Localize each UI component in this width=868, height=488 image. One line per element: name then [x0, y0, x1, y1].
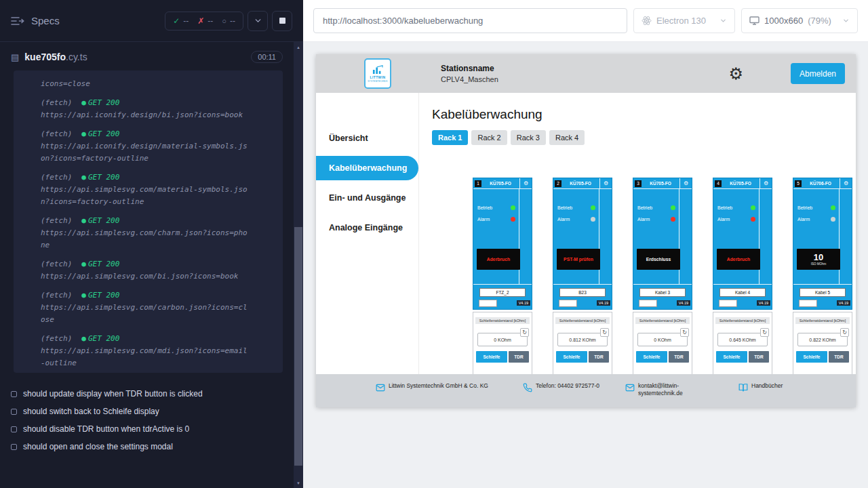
stop-button[interactable] — [272, 11, 292, 31]
log-url: https://api.simplesvg.com/mdi.json?icons… — [41, 345, 250, 369]
log-status: ●GET 200 — [81, 128, 119, 140]
card-settings-icon[interactable]: ⚙ — [679, 178, 692, 188]
status-text: Aderbruch — [487, 257, 510, 262]
collapse-button[interactable] — [248, 11, 268, 31]
chevron-down-icon — [254, 16, 262, 25]
alarm-label: Alarm — [477, 217, 490, 222]
network-log-entry[interactable]: (fetch)●GET 200 https://api.simplesvg.co… — [41, 333, 265, 369]
betrieb-label: Betrieb — [637, 205, 652, 210]
specs-menu-button[interactable]: Specs — [11, 15, 60, 26]
refresh-icon[interactable]: ↻ — [760, 328, 769, 337]
divider — [713, 284, 772, 285]
scrollbar-down-arrow[interactable]: ▼ — [294, 478, 303, 488]
network-log-entry[interactable]: (fetch)●GET 200 https://api.iconify.desi… — [41, 97, 265, 121]
check-icon: ✓ — [173, 16, 180, 26]
settings-gear-icon[interactable]: ⚙ — [728, 66, 743, 82]
footer-email[interactable]: kontakt@littwin-systemtechnik.de — [625, 382, 721, 398]
tdr-button[interactable]: TDR — [589, 351, 609, 363]
sidebar-item-analoge-eingaenge[interactable]: Analoge Eingänge — [316, 216, 418, 240]
refresh-icon[interactable]: ↻ — [840, 328, 849, 337]
tdr-button[interactable]: TDR — [749, 351, 769, 363]
schleife-button[interactable]: Schleife — [476, 351, 507, 363]
test-box-icon — [11, 391, 17, 397]
log-url: https://api.simplesvg.com/material-symbo… — [41, 184, 250, 208]
device-panel: 5KÜ706-FO⚙ Betrieb Alarm 10ISO MOhm Kabe… — [793, 178, 852, 310]
schleife-button[interactable]: Schleife — [716, 351, 747, 363]
network-log-entry[interactable]: (fetch)●GET 200 https://api.simplesvg.co… — [41, 289, 265, 326]
littwin-logo: LITTWIN SYSTEMTECHNIK — [364, 58, 391, 89]
spec-header: ▤ kue705fo.cy.ts 00:11 — [0, 42, 303, 69]
test-box-icon — [11, 426, 17, 432]
test-item[interactable]: should switch back to Schleife display — [11, 403, 292, 420]
alarm-label: Alarm — [557, 217, 570, 222]
status-dot-icon: ● — [81, 216, 86, 225]
footer-phone: Telefon: 04402 972577-0 — [523, 382, 608, 392]
spec-file-name[interactable]: kue705fo.cy.ts — [24, 52, 87, 62]
network-log-entry[interactable]: (fetch)●GET 200 https://api.simplesvg.co… — [41, 171, 265, 208]
status-dot-icon: ● — [81, 173, 86, 182]
schleife-button[interactable]: Schleife — [796, 351, 827, 363]
measurement-panel: Schleifenwiderstand [kOhm] ↻ 0.812 KOhm … — [553, 312, 612, 374]
refresh-icon[interactable]: ↻ — [680, 328, 689, 337]
main-content: Kabelüberwachung Rack 1 Rack 2 Rack 3 Ra… — [419, 93, 856, 374]
device-card-5: 5KÜ706-FO⚙ Betrieb Alarm 10ISO MOhm Kabe… — [793, 178, 852, 374]
url-input[interactable] — [313, 8, 627, 33]
sidebar-item-uebersicht[interactable]: Übersicht — [316, 126, 418, 150]
status-text: PST-M prüfen — [564, 257, 593, 262]
logout-button[interactable]: Abmelden — [791, 63, 845, 84]
tab-rack-3[interactable]: Rack 3 — [511, 130, 546, 145]
tab-rack-1[interactable]: Rack 1 — [432, 130, 468, 145]
measurement-panel: Schleifenwiderstand [kOhm] ↻ 0.822 KOhm … — [793, 312, 852, 374]
tab-rack-2[interactable]: Rack 2 — [471, 130, 507, 145]
divider — [793, 284, 852, 285]
book-icon — [738, 383, 748, 392]
refresh-icon[interactable]: ↻ — [520, 328, 529, 337]
aut-stage: LITTWIN SYSTEMTECHNIK Stationsname CPLV4… — [303, 42, 868, 488]
card-settings-icon[interactable]: ⚙ — [519, 178, 532, 188]
schleife-button[interactable]: Schleife — [636, 351, 667, 363]
tab-rack-4[interactable]: Rack 4 — [549, 130, 585, 145]
device-panel: 2KÜ705-FO⚙ Betrieb Alarm PST-M prüfen B2… — [553, 178, 612, 310]
test-box-icon — [11, 444, 17, 450]
browser-engine-select[interactable]: Electron 130 — [633, 8, 735, 33]
resistance-label: Schleifenwiderstand [kOhm] — [715, 317, 770, 324]
test-title: should update display when TDR button is… — [23, 389, 203, 399]
card-settings-icon[interactable]: ⚙ — [599, 178, 612, 188]
test-item[interactable]: should update display when TDR button is… — [11, 385, 292, 403]
viewport-select[interactable]: 1000x660 (79%) — [741, 8, 858, 33]
card-settings-icon[interactable]: ⚙ — [760, 178, 772, 188]
card-settings-icon[interactable]: ⚙ — [840, 178, 852, 188]
firmware-version: V4.19 — [757, 300, 770, 306]
log-prefix: (fetch) — [41, 215, 72, 227]
app-footer: Littwin Systemtechnik GmbH & Co. KG Tele… — [316, 374, 856, 407]
scrollbar-up-arrow[interactable]: ▲ — [294, 42, 303, 52]
browser-panel: Electron 130 1000x660 (79%) LITTWIN SYST… — [303, 0, 868, 488]
test-item[interactable]: should disable TDR button when tdrActive… — [11, 420, 292, 438]
refresh-icon[interactable]: ↻ — [600, 328, 609, 337]
device-card-1: 1KÜ705-FO⚙ Betrieb Alarm Aderbruch FTZ_2… — [473, 178, 532, 374]
tdr-button[interactable]: TDR — [829, 351, 849, 363]
tdr-button[interactable]: TDR — [509, 351, 529, 363]
monitor-icon — [749, 16, 760, 25]
sidebar-item-ein-und-ausgaenge[interactable]: Ein- und Ausgänge — [316, 186, 418, 210]
cypress-topbar: Specs ✓-- ✗-- ○-- — [0, 0, 303, 42]
footer-manuals[interactable]: Handbücher — [738, 382, 783, 392]
schleife-button[interactable]: Schleife — [556, 351, 587, 363]
divider — [599, 189, 599, 284]
log-status: ●GET 200 — [81, 333, 119, 345]
network-log-entry[interactable]: (fetch)●GET 200 https://api.simplesvg.co… — [41, 258, 265, 283]
test-item[interactable]: should open and close the settings modal — [11, 438, 292, 455]
scrollbar-thumb[interactable] — [294, 227, 302, 466]
sidebar-item-kabelueberwachung[interactable]: Kabelüberwachung — [316, 156, 418, 180]
tdr-button[interactable]: TDR — [669, 351, 689, 363]
firmware-version: V4.19 — [677, 300, 690, 306]
log-prefix: (fetch) — [41, 171, 72, 184]
littwin-logo-icon — [371, 64, 384, 75]
network-log-entry[interactable]: (fetch)●GET 200 https://api.iconify.desi… — [41, 128, 265, 165]
network-log-entry[interactable]: (fetch)●GET 200 https://api.simplesvg.co… — [41, 215, 265, 251]
log-status: ●GET 200 — [81, 97, 119, 109]
scrollbar[interactable]: ▲ ▼ — [294, 42, 303, 488]
electron-icon — [642, 16, 652, 26]
betrieb-label: Betrieb — [717, 205, 732, 210]
test-title: should disable TDR button when tdrActive… — [23, 424, 189, 434]
